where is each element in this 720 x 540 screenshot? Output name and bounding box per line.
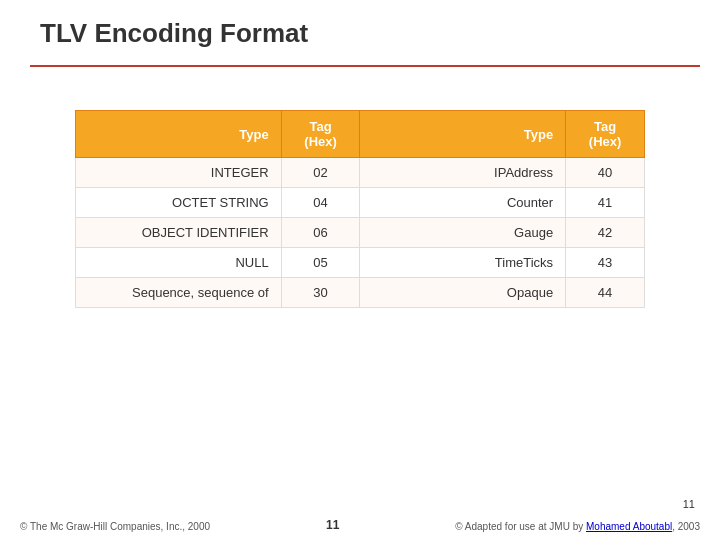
cell-tag-right: 40 (566, 158, 645, 188)
header-tag-left: Tag(Hex) (281, 111, 360, 158)
slide-title: TLV Encoding Format (40, 18, 700, 49)
title-area: TLV Encoding Format (40, 18, 700, 49)
table-row: Sequence, sequence of30Opaque44 (76, 278, 645, 308)
cell-tag-left: 02 (281, 158, 360, 188)
table-header-row: Type Tag(Hex) Type Tag(Hex) (76, 111, 645, 158)
cell-type-right: Gauge (360, 218, 566, 248)
title-divider (30, 65, 700, 67)
cell-type-left: NULL (76, 248, 282, 278)
tlv-table: Type Tag(Hex) Type Tag(Hex) INTEGER02IPA… (75, 110, 645, 308)
footer-right-prefix: © Adapted for use at JMU by (455, 521, 586, 532)
table-row: INTEGER02IPAddress40 (76, 158, 645, 188)
cell-type-left: INTEGER (76, 158, 282, 188)
table-row: OCTET STRING04Counter41 (76, 188, 645, 218)
cell-type-right: TimeTicks (360, 248, 566, 278)
footer: © The Mc Graw-Hill Companies, Inc., 2000… (20, 518, 700, 532)
header-type-left: Type (76, 111, 282, 158)
cell-type-left: OBJECT IDENTIFIER (76, 218, 282, 248)
header-type-right: Type (360, 111, 566, 158)
cell-tag-left: 04 (281, 188, 360, 218)
footer-left-text: © The Mc Graw-Hill Companies, Inc., 2000 (20, 521, 210, 532)
cell-tag-right: 43 (566, 248, 645, 278)
table-row: NULL05TimeTicks43 (76, 248, 645, 278)
footer-right-suffix: , 2003 (672, 521, 700, 532)
cell-type-right: Opaque (360, 278, 566, 308)
cell-tag-right: 41 (566, 188, 645, 218)
cell-type-right: Counter (360, 188, 566, 218)
cell-type-right: IPAddress (360, 158, 566, 188)
cell-tag-left: 06 (281, 218, 360, 248)
cell-tag-left: 05 (281, 248, 360, 278)
footer-right-text: © Adapted for use at JMU by Mohamed Abou… (455, 521, 700, 532)
slide: TLV Encoding Format Type Tag(Hex) Type T… (0, 0, 720, 540)
cell-tag-left: 30 (281, 278, 360, 308)
table-row: OBJECT IDENTIFIER06Gauge42 (76, 218, 645, 248)
page-number-corner: 11 (683, 498, 695, 510)
cell-type-left: OCTET STRING (76, 188, 282, 218)
footer-center-page: 11 (326, 518, 339, 532)
table-body: INTEGER02IPAddress40OCTET STRING04Counte… (76, 158, 645, 308)
table-wrapper: Type Tag(Hex) Type Tag(Hex) INTEGER02IPA… (75, 110, 645, 308)
footer-right-link[interactable]: Mohamed Aboutabl (586, 521, 672, 532)
cell-type-left: Sequence, sequence of (76, 278, 282, 308)
header-tag-right: Tag(Hex) (566, 111, 645, 158)
corner-page-number: 11 (683, 498, 695, 510)
cell-tag-right: 42 (566, 218, 645, 248)
cell-tag-right: 44 (566, 278, 645, 308)
